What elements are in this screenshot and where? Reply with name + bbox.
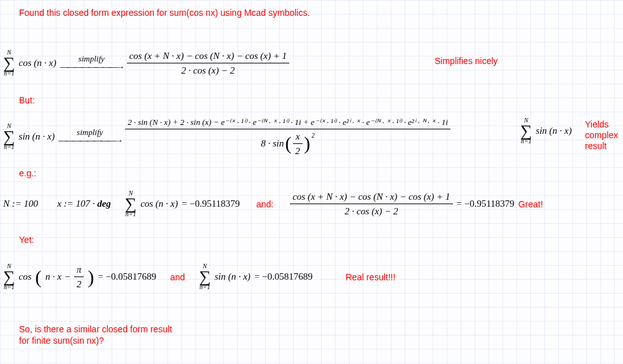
yields-note: Yields complex result — [585, 119, 620, 151]
simplify-arrow-2: simplify ————————→ — [58, 128, 121, 145]
x-assign-unit: deg — [97, 198, 111, 209]
real-label: Real result!!! — [346, 272, 396, 282]
great-label: Great! — [518, 199, 543, 209]
sin-closed-form: 2 · sin (N · x) + 2 · sin (x) − e⁻⁽ˣ · ¹… — [125, 117, 450, 157]
numeric-example: N := 100 x := 107 · deg N ∑ n=1 cos (n ·… — [3, 190, 543, 218]
but-text: But: — [19, 95, 35, 105]
val-cos-sum: = −0.95118379 — [182, 198, 240, 209]
x-assign: x := 107 · deg — [57, 198, 111, 209]
sin-den: 8 · sin ( x 2 ) 2 — [258, 129, 317, 157]
n-assign: N := 100 — [3, 198, 38, 209]
note-simplifies-text: Simplifies nicely — [435, 56, 498, 66]
and2-label: and — [170, 272, 185, 282]
closing-question: So, is there a similar closed form resul… — [19, 323, 184, 346]
sum-symbol-sin2: N ∑ n=1 — [199, 263, 211, 290]
title-text: Found this closed form expression for su… — [19, 8, 310, 18]
pi: π — [74, 264, 84, 277]
val-sin-sum: = −0.05817689 — [254, 271, 313, 282]
sum-sin-body-r: sin (n · x) — [536, 126, 572, 136]
inner-frac: x 2 — [293, 131, 303, 157]
sum-bot-2: n=1 — [4, 144, 15, 150]
val-closed-cos: = −0.95118379 — [457, 198, 515, 209]
inner-num: x — [293, 131, 303, 144]
closing-text: So, is there a similar closed form resul… — [19, 324, 172, 346]
cos-closed-form-num: cos (x + N · x) − cos (N · x) − cos (x) … — [290, 191, 452, 217]
pi-over-2: π 2 — [74, 264, 84, 290]
sum-symbol-sh: N ∑ n=1 — [3, 263, 15, 290]
note-simplifies: Simplifies nicely — [435, 56, 498, 66]
sum-bot-sin2: n=1 — [200, 284, 211, 290]
page-title: Found this closed form expression for su… — [19, 8, 310, 18]
sum-bot: n=1 — [4, 70, 15, 77]
sum-cos-body: cos (n · x) — [19, 58, 56, 68]
sum-bot-sh: n=1 — [4, 284, 15, 290]
but-label: But: — [19, 95, 35, 105]
sum-symbol-sin: N ∑ n=1 — [3, 123, 15, 150]
sum-sin-body: sin (n · x) — [19, 131, 55, 142]
yet-text: Yet: — [19, 235, 34, 245]
eg-text: e.g.: — [19, 168, 36, 178]
simplify-arrow: simplify ————————→ — [60, 55, 123, 72]
eg-label: e.g.: — [19, 168, 36, 178]
cos-num-2: cos (x + N · x) − cos (N · x) − cos (x) … — [290, 191, 452, 204]
sin-num: 2 · sin (N · x) + 2 · sin (x) − e⁻⁽ˣ · ¹… — [125, 117, 450, 129]
sum-symbol: N ∑ n=1 — [3, 49, 15, 77]
sum-bot-ex: n=1 — [126, 211, 136, 218]
sum-sin-body-2: sin (n · x) — [214, 271, 251, 282]
shifted-row: N ∑ n=1 cos ( n · x − π 2 ) = −0.0581768… — [3, 263, 395, 290]
square-exp: 2 — [312, 132, 315, 140]
sum-cos-body-ex: cos (n · x) — [140, 198, 178, 209]
cos-num: cos (x + N · x) − cos (N · x) − cos (x) … — [127, 50, 289, 63]
eq-sin-simplify: N ∑ n=1 sin (n · x) simplify ————————→ 2… — [3, 117, 450, 157]
x-assign-prefix: x := 107 · — [57, 198, 95, 209]
inner-den: 2 — [293, 144, 303, 157]
sum-symbol-ex: N ∑ n=1 — [125, 190, 137, 218]
sin-den-prefix: 8 · sin — [261, 138, 284, 149]
and-label: and: — [256, 199, 273, 209]
cos-closed-form: cos (x + N · x) − cos (N · x) − cos (x) … — [127, 50, 289, 76]
val-shifted: = −0.05817689 — [98, 271, 156, 282]
yet-label: Yet: — [19, 235, 34, 245]
cos-den-2: 2 · cos (x) − 2 — [342, 204, 400, 217]
sum-sin-repeat: N ∑ n=1 sin (n · x) — [520, 117, 572, 145]
two: 2 — [74, 277, 84, 290]
shifted-arg-a: n · x − — [46, 271, 70, 282]
sum-bot-r: n=1 — [521, 138, 532, 145]
yields-text: Yields complex result — [585, 119, 618, 151]
eq-cos-simplify: N ∑ n=1 cos (n · x) simplify ————————→ c… — [3, 49, 289, 77]
sum-symbol-sin-r: N ∑ n=1 — [520, 117, 532, 145]
cos-den: 2 · cos (x) − 2 — [179, 63, 237, 76]
cos-fn: cos — [19, 271, 32, 282]
